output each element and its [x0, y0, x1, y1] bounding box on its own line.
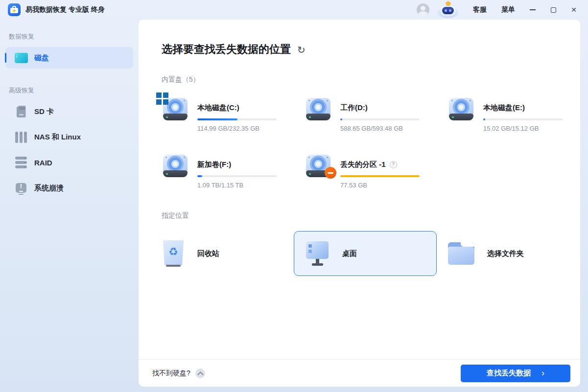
location-grid: ♻ 回收站 桌面 选择文件夹	[151, 231, 561, 276]
disk-item-c[interactable]: 本地磁盘(C:) 114.99 GB/232.35 GB	[162, 97, 305, 132]
sidebar-item-label: NAS 和 Linux	[34, 133, 81, 142]
collapse-up-icon[interactable]	[195, 369, 205, 378]
hard-drive-icon	[162, 97, 189, 121]
help-question-icon[interactable]: ?	[390, 161, 397, 168]
disk-item-lost-partition[interactable]: 丢失的分区 -1 ? 77.53 GB	[305, 154, 447, 189]
minus-badge-icon	[325, 167, 336, 179]
bottom-bar: 找不到硬盘? 查找丢失数据 ›	[139, 359, 580, 387]
minimize-button[interactable]	[522, 0, 543, 20]
disk-name: 丢失的分区 -1	[340, 160, 386, 169]
close-icon: ✕	[571, 6, 577, 13]
windows-logo-icon	[156, 92, 168, 105]
disk-capacity: 1.09 TB/1.15 TB	[197, 182, 277, 189]
nas-server-icon	[14, 132, 28, 143]
hard-drive-icon	[447, 97, 475, 121]
disk-name: 新加卷(F:)	[197, 160, 231, 169]
location-label: 回收站	[197, 249, 219, 258]
location-desktop[interactable]: 桌面	[294, 231, 437, 276]
sidebar-item-label: SD 卡	[34, 107, 54, 116]
recycle-bin-icon: ♻	[162, 240, 185, 267]
internal-drives-label: 内置盘（5）	[162, 75, 561, 84]
sd-card-icon	[14, 106, 28, 117]
sidebar-item-label: RAID	[34, 159, 52, 167]
close-button[interactable]: ✕	[564, 0, 584, 20]
page-title: 选择要查找丢失数据的位置	[162, 42, 291, 57]
location-select-folder[interactable]: 选择文件夹	[437, 231, 580, 276]
assistant-mascot-icon[interactable]	[437, 1, 459, 19]
menu-link[interactable]: 菜单	[494, 5, 522, 14]
sidebar-item-label: 系统崩溃	[34, 184, 64, 193]
scan-button-label: 查找丢失数据	[487, 369, 531, 378]
disk-name: 工作(D:)	[340, 103, 368, 113]
hard-drive-icon	[162, 154, 189, 178]
disk-item-e[interactable]: 本地磁盘(E:) 15.02 GB/15.12 GB	[447, 97, 580, 132]
sidebar: 数据恢复 磁盘 高级恢复 SD 卡 NAS 和 Linux RAID ! 系统崩…	[0, 20, 139, 392]
system-crash-icon: !	[14, 183, 28, 193]
maximize-icon	[551, 7, 556, 13]
sidebar-item-disk[interactable]: 磁盘	[5, 47, 133, 69]
user-avatar[interactable]	[417, 3, 429, 16]
app-logo-icon	[8, 3, 21, 16]
main-panel: 选择要查找丢失数据的位置 ↻ 内置盘（5） 本地磁盘(C:) 114.99 GB…	[139, 20, 580, 387]
desktop-monitor-icon	[305, 241, 329, 266]
disk-capacity: 15.02 GB/15.12 GB	[483, 125, 563, 132]
usage-bar	[340, 175, 420, 177]
disk-name: 本地磁盘(E:)	[483, 103, 525, 113]
sidebar-item-nas-linux[interactable]: NAS 和 Linux	[5, 126, 133, 148]
location-recycle-bin[interactable]: ♻ 回收站	[151, 231, 294, 276]
usage-bar	[483, 118, 563, 120]
folder-icon	[448, 242, 474, 265]
app-title: 易我数据恢复 专业版 终身	[25, 5, 105, 14]
disk-item-f[interactable]: 新加卷(F:) 1.09 TB/1.15 TB	[162, 154, 305, 189]
cant-find-drive-text: 找不到硬盘?	[152, 369, 190, 378]
specified-locations-label: 指定位置	[162, 211, 561, 220]
raid-stack-icon	[14, 157, 28, 169]
disk-capacity: 588.65 GB/593.48 GB	[340, 125, 420, 132]
disk-item-d[interactable]: 工作(D:) 588.65 GB/593.48 GB	[305, 97, 447, 132]
chevron-right-icon: ›	[541, 369, 544, 377]
hard-drive-lost-icon	[305, 154, 332, 178]
location-label: 选择文件夹	[487, 249, 524, 258]
sidebar-section-data-recovery: 数据恢复	[9, 32, 139, 41]
sidebar-item-raid[interactable]: RAID	[5, 152, 133, 173]
sidebar-section-advanced: 高级恢复	[9, 86, 139, 95]
disk-icon	[14, 53, 28, 63]
usage-bar	[340, 118, 420, 120]
support-link[interactable]: 客服	[466, 5, 494, 14]
location-label: 桌面	[342, 249, 357, 258]
disk-capacity: 77.53 GB	[340, 182, 420, 189]
disk-capacity: 114.99 GB/232.35 GB	[197, 125, 277, 132]
refresh-icon[interactable]: ↻	[297, 45, 306, 55]
disk-grid: 本地磁盘(C:) 114.99 GB/232.35 GB 工作(D:) 588.…	[162, 97, 561, 189]
sidebar-item-system-crash[interactable]: ! 系统崩溃	[5, 177, 133, 199]
sidebar-item-sd-card[interactable]: SD 卡	[5, 101, 133, 122]
usage-bar	[197, 118, 277, 120]
maximize-button[interactable]	[543, 0, 564, 20]
hard-drive-icon	[305, 97, 332, 121]
disk-name: 本地磁盘(C:)	[197, 103, 239, 113]
usage-bar	[197, 175, 277, 177]
sidebar-item-label: 磁盘	[34, 53, 49, 63]
titlebar: 易我数据恢复 专业版 终身 客服 菜单 ✕	[0, 0, 588, 20]
minimize-icon	[530, 9, 536, 10]
scan-lost-data-button[interactable]: 查找丢失数据 ›	[461, 365, 570, 382]
